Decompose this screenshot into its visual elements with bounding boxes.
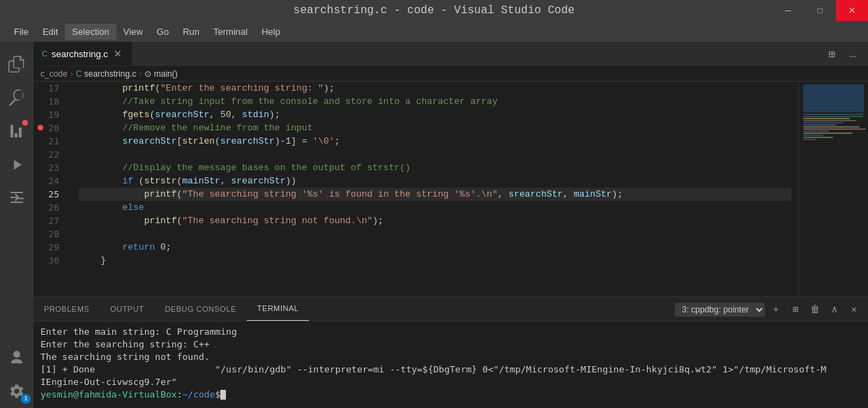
line-num-20: 20 — [33, 121, 66, 135]
more-actions-button[interactable]: … — [843, 45, 862, 64]
menu-bar: File Edit Selection View Go Run Terminal… — [0, 21, 868, 42]
panel: PROBLEMS OUTPUT DEBUG CONSOLE TERMINAL 3… — [33, 296, 868, 408]
terminal-line-5: IEngine-Out-civwscg9.7er" — [40, 376, 861, 388]
line-num-18: 18 — [33, 95, 66, 108]
breadcrumb-symbol[interactable]: ⊙ main() — [144, 69, 177, 79]
code-line-24: if (strstr(mainStr, srearchStr)) — [79, 174, 791, 188]
tab-debug-console[interactable]: DEBUG CONSOLE — [154, 296, 246, 321]
line-num-21: 21 — [33, 135, 66, 148]
maximize-button[interactable]: □ — [804, 0, 836, 21]
terminal-line-4: [1] + Done "/usr/bin/gdb" --interpreter=… — [40, 363, 861, 376]
line-num-26: 26 — [33, 201, 66, 214]
line-num-19: 19 — [33, 108, 66, 121]
split-terminal-button[interactable]: ⊞ — [787, 301, 804, 318]
search-activity-icon[interactable] — [0, 81, 33, 114]
line-num-27: 27 — [33, 214, 66, 227]
line-num-30: 30 — [33, 254, 66, 267]
code-line-28 — [79, 227, 791, 241]
minimize-button[interactable]: ─ — [772, 0, 804, 21]
breadcrumb-file[interactable]: C searchstring.c — [76, 69, 137, 79]
terminal-prompt: yesmin@fahmida-VirtualBox:~/code$ — [40, 388, 861, 401]
code-line-17: printf("Enter the searching string: "); — [79, 82, 791, 95]
editor-content: 17 18 19 20 21 22 23 24 25 26 27 28 — [33, 82, 868, 296]
menu-terminal[interactable]: Terminal — [206, 24, 254, 40]
terminal-content[interactable]: Enter the main string: C Programming Ent… — [33, 322, 868, 408]
line-num-23: 23 — [33, 161, 66, 174]
line-numbers: 17 18 19 20 21 22 23 24 25 26 27 28 — [33, 82, 72, 296]
code-line-23: //Display the message bases on the outpu… — [79, 161, 791, 174]
terminal-line-2: Enter the searching string: C++ — [40, 338, 861, 351]
tab-close-button[interactable]: ✕ — [112, 48, 123, 59]
add-terminal-button[interactable]: + — [768, 301, 784, 318]
tab-terminal[interactable]: TERMINAL — [247, 296, 310, 321]
editor-area: C searchstring.c ✕ ⊞ … c_code › C search… — [33, 42, 868, 408]
code-line-21: srearchStr[strlen(srearchStr)-1] = '\0'; — [79, 135, 791, 148]
close-panel-button[interactable]: ✕ — [846, 301, 862, 318]
code-line-26: else — [79, 201, 791, 214]
line-num-22: 22 — [33, 148, 66, 161]
code-line-18: //Take string input from the console and… — [79, 95, 791, 108]
code-line-20: //Remove the newline from the input — [79, 121, 791, 135]
tab-label: searchstring.c — [52, 49, 108, 59]
code-line-22 — [79, 148, 791, 161]
panel-tabs: PROBLEMS OUTPUT DEBUG CONSOLE TERMINAL 3… — [33, 297, 868, 322]
panel-actions: 3: cppdbg: pointer 1: bash 2: cppdbg + ⊞… — [669, 297, 868, 322]
tab-output[interactable]: OUTPUT — [100, 296, 154, 321]
code-line-30: } — [79, 254, 791, 267]
code-editor[interactable]: printf("Enter the searching string: "); … — [72, 82, 798, 296]
line-num-25: 25 — [33, 188, 66, 201]
account-activity-icon[interactable] — [0, 341, 33, 375]
title-bar: searchstring.c - code - Visual Studio Co… — [0, 0, 868, 21]
close-button[interactable]: ✕ — [836, 0, 868, 21]
line-num-24: 24 — [33, 174, 66, 188]
extensions-activity-icon[interactable] — [0, 181, 33, 215]
source-control-activity-icon[interactable] — [0, 114, 33, 148]
activity-bar: 1 — [0, 42, 33, 408]
menu-selection[interactable]: Selection — [65, 24, 116, 40]
delete-terminal-button[interactable]: 🗑 — [807, 301, 823, 318]
code-line-29: return 0; — [79, 241, 791, 254]
terminal-line-3: The searching string not found. — [40, 351, 861, 363]
code-line-19: fgets(srearchStr, 50, stdin); — [79, 108, 791, 121]
settings-activity-icon[interactable]: 1 — [0, 375, 33, 408]
explorer-icon[interactable] — [0, 47, 33, 81]
menu-go[interactable]: Go — [150, 24, 176, 40]
tab-bar: C searchstring.c ✕ ⊞ … — [33, 42, 868, 66]
minimap — [798, 82, 868, 296]
menu-file[interactable]: File — [7, 24, 36, 40]
run-debug-icon[interactable] — [0, 148, 33, 181]
window-controls: ─ □ ✕ — [772, 0, 868, 21]
breadcrumb: c_code › C searchstring.c › ⊙ main() — [33, 66, 868, 82]
menu-run[interactable]: Run — [176, 24, 206, 40]
line-num-29: 29 — [33, 241, 66, 254]
line-num-28: 28 — [33, 227, 66, 241]
collapse-panel-button[interactable]: ∧ — [826, 301, 843, 318]
menu-view[interactable]: View — [116, 24, 150, 40]
breadcrumb-root[interactable]: c_code — [40, 69, 68, 79]
app: 1 C searchstring.c ✕ ⊞ … c_code › C sear… — [0, 42, 868, 408]
menu-help[interactable]: Help — [254, 24, 287, 40]
terminal-selector[interactable]: 3: cppdbg: pointer 1: bash 2: cppdbg — [675, 303, 765, 317]
code-line-27: printf("The searching string not found.\… — [79, 214, 791, 227]
menu-edit[interactable]: Edit — [36, 24, 65, 40]
tab-problems[interactable]: PROBLEMS — [33, 296, 100, 321]
tab-searchstring[interactable]: C searchstring.c ✕ — [33, 42, 132, 66]
title-text: searchstring.c - code - Visual Studio Co… — [294, 4, 574, 17]
code-line-25: printf("The searching string '%s' is fou… — [79, 188, 791, 201]
tab-actions: ⊞ … — [816, 42, 868, 66]
terminal-line-1: Enter the main string: C Programming — [40, 326, 861, 338]
c-file-icon: C — [42, 50, 47, 58]
line-num-17: 17 — [33, 82, 66, 95]
split-editor-button[interactable]: ⊞ — [822, 45, 842, 64]
